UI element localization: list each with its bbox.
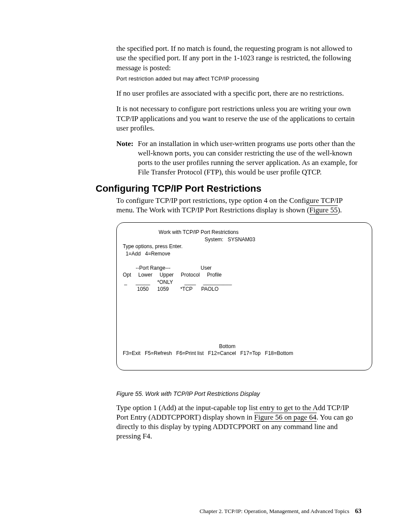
note-label: Note:	[116, 139, 138, 149]
terminal-row-1: 1050 1059 *TCP PAOLO	[123, 286, 218, 292]
terminal-screen: Work with TCP/IP Port Restrictions Syste…	[116, 222, 372, 370]
terminal-fkeys: F3=Exit F5=Refresh F6=Print list F12=Can…	[123, 350, 293, 356]
intro-paragraph-2: If no user profiles are associated with …	[116, 89, 360, 98]
intro-paragraph-3: It is not necessary to configure port re…	[116, 104, 360, 133]
note-block: Note: For an installation in which user-…	[116, 139, 360, 177]
terminal-instructions: Type options, press Enter.	[123, 243, 183, 249]
intro-block: the specified port. If no match is found…	[116, 44, 360, 185]
intro-paragraph-1: the specified port. If no match is found…	[116, 44, 360, 73]
section-text-after: ).	[338, 206, 342, 214]
section-heading: Configuring TCP/IP Port Restrictions	[96, 183, 262, 194]
terminal-system: System: SYSNAM03	[123, 236, 255, 243]
terminal-options: 1=Add 4=Remove	[123, 251, 170, 257]
figure-56-link[interactable]: Figure 56 on page 64	[254, 413, 316, 422]
figure-caption: Figure 55. Work with TCP/IP Port Restric…	[116, 390, 260, 397]
section-text-before: To configure TCP/IP port restrictions, t…	[116, 196, 342, 214]
terminal-header-1: --Port Range--- User	[123, 265, 212, 271]
page-footer: Chapter 2. TCP/IP: Operation, Management…	[199, 507, 361, 515]
section-intro: To configure TCP/IP port restrictions, t…	[116, 196, 355, 215]
terminal-title: Work with TCP/IP Port Restrictions	[123, 229, 239, 235]
code-message: Port restriction added but may affect TC…	[116, 75, 360, 82]
chapter-label: Chapter 2. TCP/IP: Operation, Management…	[199, 508, 349, 514]
terminal-bottom: Bottom	[123, 343, 235, 349]
terminal-row-blank: _ _____ *ONLY ____ __________	[123, 279, 232, 285]
terminal-header-2: Opt Lower Upper Protocol Profile	[123, 272, 221, 278]
page-number: 63	[355, 507, 361, 514]
figure-55-link[interactable]: Figure 55	[309, 205, 338, 215]
post-figure-paragraph: Type option 1 (Add) at the input-capable…	[116, 403, 357, 441]
note-text: For an installation in which user-writte…	[138, 139, 360, 177]
